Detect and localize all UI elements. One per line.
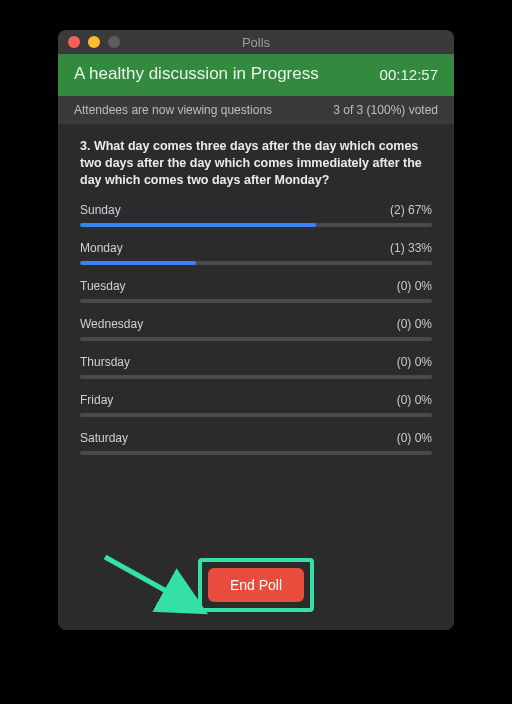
option-bar xyxy=(80,261,432,265)
option-bar xyxy=(80,413,432,417)
end-poll-highlight: End Poll xyxy=(198,558,314,612)
titlebar: Polls xyxy=(58,30,454,54)
option-count: (0) 0% xyxy=(397,355,432,369)
option-bar xyxy=(80,375,432,379)
option-label: Friday xyxy=(80,393,113,407)
option-label: Tuesday xyxy=(80,279,126,293)
polls-window: Polls A healthy discussion in Progress 0… xyxy=(58,30,454,630)
end-poll-button[interactable]: End Poll xyxy=(208,568,304,602)
poll-option: Sunday(2) 67% xyxy=(80,203,432,227)
poll-title: A healthy discussion in Progress xyxy=(74,64,319,84)
option-label: Saturday xyxy=(80,431,128,445)
option-count: (1) 33% xyxy=(390,241,432,255)
poll-timer: 00:12:57 xyxy=(380,66,438,83)
status-right: 3 of 3 (100%) voted xyxy=(333,103,438,117)
option-count: (0) 0% xyxy=(397,393,432,407)
poll-header: A healthy discussion in Progress 00:12:5… xyxy=(58,54,454,96)
poll-option: Monday(1) 33% xyxy=(80,241,432,265)
option-bar-fill xyxy=(80,261,196,265)
options-list: Sunday(2) 67%Monday(1) 33%Tuesday(0) 0%W… xyxy=(80,203,432,455)
option-count: (0) 0% xyxy=(397,431,432,445)
option-bar xyxy=(80,299,432,303)
option-label: Sunday xyxy=(80,203,121,217)
option-label: Thursday xyxy=(80,355,130,369)
option-count: (0) 0% xyxy=(397,317,432,331)
poll-option: Tuesday(0) 0% xyxy=(80,279,432,303)
option-label: Wednesday xyxy=(80,317,143,331)
option-count: (2) 67% xyxy=(390,203,432,217)
poll-option: Friday(0) 0% xyxy=(80,393,432,417)
option-bar xyxy=(80,223,432,227)
option-label: Monday xyxy=(80,241,123,255)
status-left: Attendees are now viewing questions xyxy=(74,103,272,117)
poll-option: Thursday(0) 0% xyxy=(80,355,432,379)
fullscreen-icon xyxy=(108,36,120,48)
option-bar xyxy=(80,451,432,455)
footer: End Poll xyxy=(58,546,454,630)
option-count: (0) 0% xyxy=(397,279,432,293)
poll-option: Wednesday(0) 0% xyxy=(80,317,432,341)
option-bar xyxy=(80,337,432,341)
window-controls xyxy=(68,36,120,48)
poll-option: Saturday(0) 0% xyxy=(80,431,432,455)
minimize-icon[interactable] xyxy=(88,36,100,48)
option-bar-fill xyxy=(80,223,316,227)
status-bar: Attendees are now viewing questions 3 of… xyxy=(58,96,454,124)
poll-content: 3. What day comes three days after the d… xyxy=(58,124,454,546)
question-text: 3. What day comes three days after the d… xyxy=(80,138,432,189)
close-icon[interactable] xyxy=(68,36,80,48)
